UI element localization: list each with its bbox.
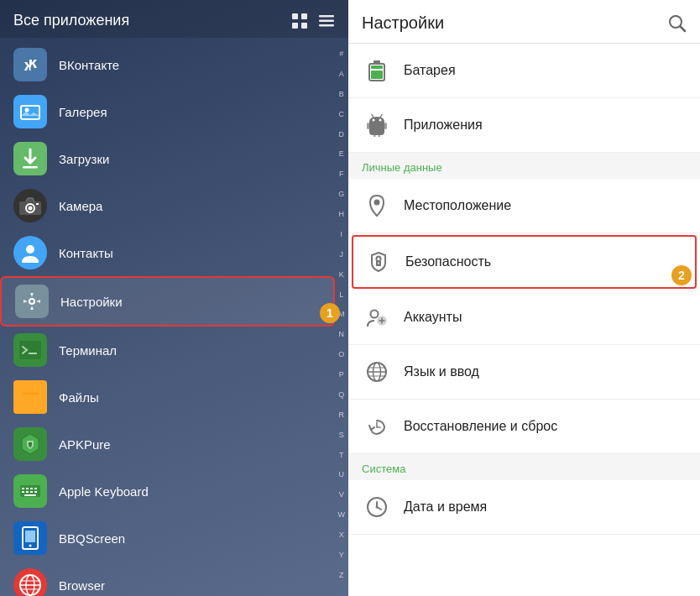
- accounts-icon: [362, 302, 392, 332]
- language-icon: [362, 357, 392, 387]
- app-name-bbqscreen: BBQScreen: [59, 531, 125, 546]
- app-list: ВКонтакте Галерея Загрузки: [0, 38, 348, 596]
- svg-rect-46: [384, 123, 387, 129]
- svg-rect-24: [22, 491, 24, 493]
- app-item-bbqscreen[interactable]: BBQScreen: [0, 515, 335, 562]
- svg-rect-47: [374, 135, 376, 137]
- app-item-files[interactable]: Файлы: [0, 374, 335, 421]
- settings-item-apps[interactable]: Приложения: [348, 98, 700, 153]
- left-panel-title: Все приложения: [13, 12, 129, 29]
- right-panel: Настройки Батарея: [348, 0, 700, 596]
- svg-point-14: [26, 245, 34, 254]
- svg-line-38: [681, 26, 686, 31]
- alpha-i[interactable]: I: [340, 231, 342, 238]
- alpha-u[interactable]: U: [339, 471, 345, 478]
- alpha-h[interactable]: H: [339, 211, 345, 218]
- svg-rect-48: [379, 135, 381, 137]
- app-item-browser[interactable]: Browser: [0, 562, 335, 596]
- app-name-camera: Камера: [59, 199, 102, 213]
- alpha-b[interactable]: B: [339, 91, 344, 98]
- alpha-s[interactable]: S: [339, 431, 344, 439]
- alpha-a[interactable]: A: [339, 71, 344, 78]
- alpha-x[interactable]: X: [339, 531, 344, 539]
- alpha-k[interactable]: K: [339, 271, 344, 279]
- settings-item-language[interactable]: Язык и ввод: [348, 345, 700, 400]
- settings-item-security[interactable]: Безопасность 2: [352, 235, 697, 289]
- settings-badge: 1: [320, 303, 340, 323]
- app-icon-files: [13, 380, 47, 414]
- alpha-e[interactable]: E: [339, 150, 344, 158]
- settings-item-accounts[interactable]: Аккаунты: [348, 290, 700, 345]
- settings-name-location: Местоположение: [404, 198, 511, 213]
- svg-rect-13: [36, 203, 39, 205]
- svg-rect-27: [34, 491, 37, 493]
- app-item-apkpure[interactable]: APKPure: [0, 421, 335, 468]
- security-icon: [363, 247, 394, 277]
- security-badge: 2: [671, 265, 692, 285]
- app-icon-applekeyboard: [13, 474, 47, 508]
- app-item-terminal[interactable]: Терминал: [0, 327, 335, 374]
- settings-list: Батарея Приложения Личные данные: [348, 44, 700, 596]
- backup-icon: [362, 411, 392, 442]
- alpha-n[interactable]: N: [339, 331, 345, 338]
- svg-rect-5: [319, 19, 334, 22]
- app-item-settings[interactable]: Настройки 1: [0, 276, 335, 327]
- app-icon-camera: [13, 189, 47, 222]
- svg-rect-30: [25, 531, 35, 542]
- app-item-applekeyboard[interactable]: Apple Keyboard: [0, 468, 335, 515]
- alpha-hash[interactable]: #: [339, 50, 343, 58]
- settings-name-backup: Восстановление и сброс: [404, 419, 557, 434]
- app-name-vkontakte: ВКонтакте: [59, 58, 119, 72]
- list-view-icon[interactable]: [318, 13, 335, 29]
- alpha-q[interactable]: Q: [338, 391, 344, 399]
- svg-point-12: [29, 207, 33, 211]
- app-item-vkontakte[interactable]: ВКонтакте: [0, 41, 335, 88]
- alpha-z[interactable]: Z: [339, 572, 344, 579]
- svg-rect-9: [23, 166, 38, 169]
- battery-icon: [362, 55, 392, 86]
- alpha-o[interactable]: O: [338, 351, 344, 358]
- app-item-downloads[interactable]: Загрузки: [0, 135, 335, 182]
- alpha-l[interactable]: L: [339, 291, 343, 299]
- svg-rect-20: [22, 488, 24, 489]
- app-icon-contacts: [13, 236, 47, 269]
- alpha-g[interactable]: G: [338, 191, 344, 198]
- search-button[interactable]: [668, 14, 687, 33]
- settings-item-location[interactable]: Местоположение: [348, 179, 700, 233]
- settings-name-datetime: Дата и время: [404, 499, 487, 515]
- alpha-p[interactable]: P: [339, 371, 344, 379]
- app-item-contacts[interactable]: Контакты: [0, 229, 335, 276]
- app-name-downloads: Загрузки: [59, 152, 109, 166]
- svg-rect-2: [292, 23, 298, 29]
- alpha-r[interactable]: R: [339, 411, 345, 419]
- svg-point-44: [379, 119, 382, 122]
- left-header-icons: [291, 13, 335, 29]
- alpha-v[interactable]: V: [339, 491, 344, 499]
- app-name-contacts: Контакты: [59, 246, 113, 260]
- alpha-w[interactable]: W: [338, 511, 346, 519]
- grid-view-icon[interactable]: [291, 13, 308, 29]
- app-name-terminal: Терминал: [59, 343, 117, 358]
- alpha-t[interactable]: T: [339, 452, 344, 459]
- app-name-gallery: Галерея: [59, 105, 107, 119]
- svg-rect-17: [19, 341, 41, 359]
- settings-item-datetime[interactable]: Дата и время: [348, 480, 700, 535]
- app-item-camera[interactable]: Камера: [0, 182, 335, 229]
- settings-name-battery: Батарея: [404, 63, 456, 78]
- alpha-c[interactable]: C: [339, 111, 345, 118]
- app-name-browser: Browser: [59, 578, 105, 593]
- settings-item-backup[interactable]: Восстановление и сброс: [348, 400, 700, 454]
- settings-item-battery[interactable]: Батарея: [348, 44, 700, 98]
- app-icon-apkpure: [13, 427, 47, 461]
- svg-rect-21: [26, 488, 29, 489]
- alpha-f[interactable]: F: [339, 170, 344, 178]
- settings-name-apps: Приложения: [404, 118, 483, 133]
- app-item-gallery[interactable]: Галерея: [0, 88, 335, 135]
- alpha-j[interactable]: J: [340, 251, 344, 259]
- app-icon-gallery: [13, 95, 47, 128]
- svg-point-8: [25, 108, 29, 112]
- alpha-y[interactable]: Y: [339, 552, 344, 559]
- alpha-d[interactable]: D: [339, 131, 345, 139]
- svg-point-52: [371, 311, 379, 318]
- svg-rect-6: [319, 24, 334, 27]
